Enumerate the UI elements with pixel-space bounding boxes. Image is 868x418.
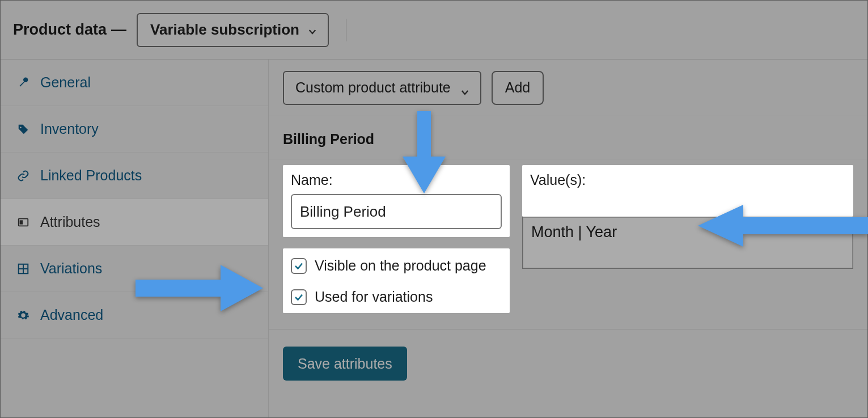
chevron-down-icon	[460, 85, 470, 95]
used-for-variations-label: Used for variations	[315, 289, 433, 305]
visible-checkbox[interactable]	[291, 258, 307, 274]
tab-label: Advanced	[40, 307, 103, 323]
grid-icon	[16, 262, 30, 276]
attribute-values-card: Value(s):	[522, 165, 853, 217]
attribute-row-title: Billing Period	[283, 131, 374, 147]
product-type-value: Variable subscription	[150, 21, 299, 39]
name-label: Name:	[291, 172, 502, 188]
add-attribute-button[interactable]: Add	[492, 71, 544, 105]
used-for-variations-row[interactable]: Used for variations	[291, 289, 502, 305]
values-label: Value(s):	[530, 172, 845, 188]
tab-inventory[interactable]: Inventory	[1, 106, 268, 153]
product-data-label: Product data	[13, 21, 107, 39]
tab-attributes[interactable]: Attributes	[1, 199, 268, 246]
tab-label: General	[40, 74, 91, 91]
tag-icon	[16, 123, 30, 136]
attribute-type-select[interactable]: Custom product attribute	[283, 71, 481, 105]
tab-label: Attributes	[40, 214, 100, 230]
attribute-values-textarea[interactable]: Month | Year	[523, 217, 853, 268]
wrench-icon	[16, 76, 30, 90]
attribute-type-value: Custom product attribute	[295, 79, 451, 96]
attribute-toolbar: Custom product attribute Add	[269, 60, 867, 116]
attribute-options-card: Visible on the product page Used for var…	[283, 248, 510, 313]
attribute-row-header[interactable]: Billing Period	[269, 116, 867, 159]
visible-label: Visible on the product page	[315, 257, 486, 274]
attribute-row-body: Name: Visible on the product page	[269, 159, 867, 330]
visible-on-product-page-row[interactable]: Visible on the product page	[291, 257, 502, 274]
product-data-header: Product data — Variable subscription	[1, 1, 867, 60]
link-icon	[16, 169, 30, 183]
tab-label: Linked Products	[40, 167, 142, 184]
used-for-variations-checkbox[interactable]	[291, 289, 307, 305]
attribute-name-card: Name:	[283, 165, 510, 237]
header-divider	[346, 19, 346, 41]
dash-separator: —	[111, 21, 126, 39]
product-data-tabs: General Inventory Linked Products Attrib…	[1, 60, 269, 417]
attribute-name-input[interactable]	[291, 194, 502, 229]
gear-icon	[16, 309, 30, 322]
svg-rect-1	[20, 220, 23, 224]
tab-variations[interactable]: Variations	[1, 246, 268, 292]
attributes-panel: Custom product attribute Add Billing Per…	[269, 60, 867, 417]
save-attributes-button[interactable]: Save attributes	[283, 347, 407, 381]
tab-label: Variations	[40, 260, 102, 277]
tab-linked-products[interactable]: Linked Products	[1, 153, 268, 199]
attributes-footer: Save attributes	[269, 330, 867, 398]
chevron-down-icon	[307, 27, 317, 37]
product-type-select[interactable]: Variable subscription	[137, 13, 329, 47]
layout-icon	[16, 216, 30, 229]
tab-general[interactable]: General	[1, 60, 268, 106]
tab-advanced[interactable]: Advanced	[1, 292, 268, 339]
tab-label: Inventory	[40, 121, 99, 137]
